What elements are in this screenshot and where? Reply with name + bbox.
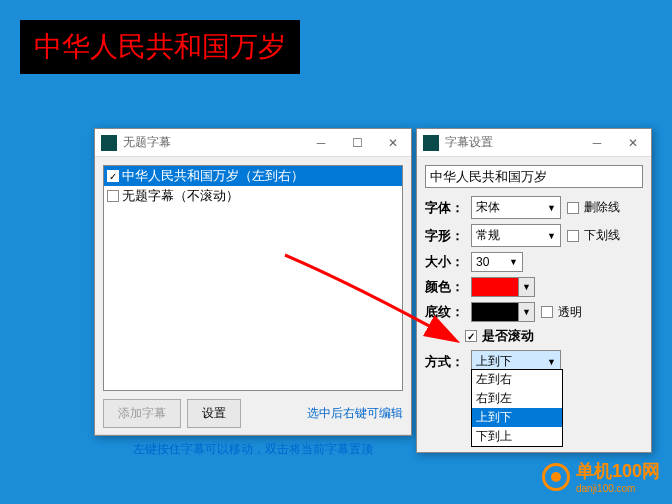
watermark: 单机100网 danji100.com xyxy=(542,459,660,494)
size-select[interactable]: 30▼ xyxy=(471,252,523,272)
maximize-button[interactable]: ☐ xyxy=(339,129,375,157)
chevron-down-icon: ▼ xyxy=(518,303,534,321)
chevron-down-icon: ▼ xyxy=(518,278,534,296)
dropdown-item[interactable]: 右到左 xyxy=(472,389,562,408)
watermark-icon xyxy=(542,463,570,491)
chevron-down-icon: ▼ xyxy=(547,357,556,367)
settings-button[interactable]: 设置 xyxy=(187,399,241,428)
minimize-button[interactable]: ─ xyxy=(579,129,615,157)
transparent-checkbox[interactable]: 透明 xyxy=(541,304,582,321)
size-label: 大小： xyxy=(425,253,465,271)
close-button[interactable]: ✕ xyxy=(615,129,651,157)
watermark-name: 单机100网 xyxy=(576,459,660,483)
banner-text: 中华人民共和国万岁 xyxy=(20,20,300,74)
add-subtitle-button[interactable]: 添加字幕 xyxy=(103,399,181,428)
window-title: 字幕设置 xyxy=(445,134,579,151)
mode-dropdown[interactable]: 左到右 右到左 上到下 下到上 xyxy=(471,369,563,447)
list-item[interactable]: ✓ 中华人民共和国万岁（左到右） xyxy=(104,166,402,186)
style-select[interactable]: 常规▼ xyxy=(471,224,561,247)
list-item-label: 中华人民共和国万岁（左到右） xyxy=(122,167,304,185)
list-item[interactable]: 无题字幕（不滚动） xyxy=(104,186,402,206)
strikethrough-checkbox[interactable]: 删除线 xyxy=(567,199,620,216)
chevron-down-icon: ▼ xyxy=(547,203,556,213)
list-item-label: 无题字幕（不滚动） xyxy=(122,187,239,205)
underline-checkbox[interactable]: 下划线 xyxy=(567,227,620,244)
color-select[interactable]: ▼ xyxy=(471,277,535,297)
dropdown-item[interactable]: 上到下 xyxy=(472,408,562,427)
chevron-down-icon: ▼ xyxy=(547,231,556,241)
bg-select[interactable]: ▼ xyxy=(471,302,535,322)
subtitle-list[interactable]: ✓ 中华人民共和国万岁（左到右） 无题字幕（不滚动） xyxy=(103,165,403,391)
checkbox-icon[interactable] xyxy=(107,190,119,202)
color-label: 颜色： xyxy=(425,278,465,296)
minimize-button[interactable]: ─ xyxy=(303,129,339,157)
font-label: 字体： xyxy=(425,199,465,217)
chevron-down-icon: ▼ xyxy=(509,257,518,267)
titlebar: 无题字幕 ─ ☐ ✕ xyxy=(95,129,411,157)
style-label: 字形： xyxy=(425,227,465,245)
mode-label: 方式： xyxy=(425,353,465,371)
edit-hint: 选中后右键可编辑 xyxy=(307,405,403,422)
checkbox-icon[interactable]: ✓ xyxy=(107,170,119,182)
app-icon xyxy=(101,135,117,151)
font-select[interactable]: 宋体▼ xyxy=(471,196,561,219)
watermark-url: danji100.com xyxy=(576,483,660,494)
window-title: 无题字幕 xyxy=(123,134,303,151)
bg-label: 底纹： xyxy=(425,303,465,321)
app-icon xyxy=(423,135,439,151)
color-swatch xyxy=(472,278,518,296)
subtitle-list-window: 无题字幕 ─ ☐ ✕ ✓ 中华人民共和国万岁（左到右） 无题字幕（不滚动） 添加… xyxy=(94,128,412,436)
footer-hint: 左键按住字幕可以移动，双击将当前字幕置顶 xyxy=(95,434,411,464)
color-swatch xyxy=(472,303,518,321)
dropdown-item[interactable]: 下到上 xyxy=(472,427,562,446)
titlebar: 字幕设置 ─ ✕ xyxy=(417,129,651,157)
close-button[interactable]: ✕ xyxy=(375,129,411,157)
subtitle-text-input[interactable] xyxy=(425,165,643,188)
scroll-checkbox[interactable]: ✓是否滚动 xyxy=(465,327,534,345)
dropdown-item[interactable]: 左到右 xyxy=(472,370,562,389)
